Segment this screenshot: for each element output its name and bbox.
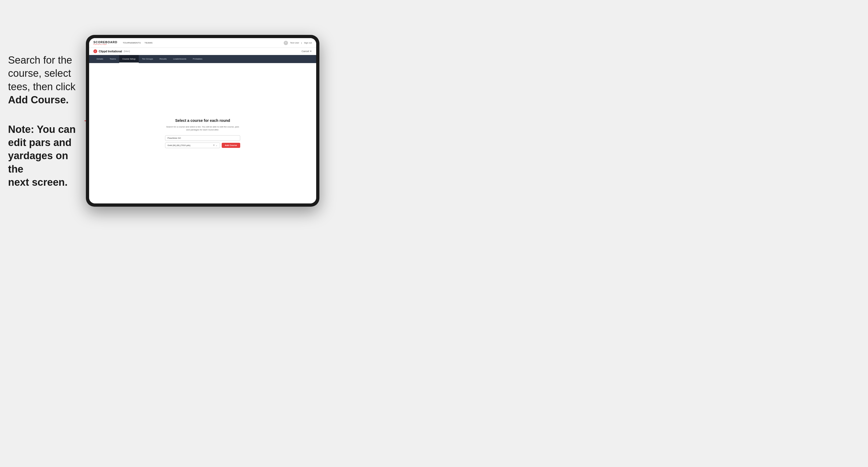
tab-results[interactable]: Results	[156, 55, 170, 63]
nav-separator: |	[302, 41, 302, 44]
course-search-input[interactable]	[165, 135, 240, 141]
tab-printables[interactable]: Printables	[189, 55, 206, 63]
main-content: Select a course for each round Search fo…	[89, 63, 316, 204]
tee-select-value: Gold (M) (M) (7010 yds)	[167, 144, 190, 147]
tee-selector-row: Gold (M) (M) (7010 yds) ✕ ⌄ Add Course	[165, 143, 240, 148]
course-setup-box: Select a course for each round Search fo…	[165, 118, 240, 148]
tablet-device: SCOREBOARD Powered by clippd TOURNAMENTS…	[86, 35, 319, 207]
tab-tee-groups[interactable]: Tee Groups	[139, 55, 156, 63]
top-navbar: SCOREBOARD Powered by clippd TOURNAMENTS…	[89, 38, 316, 48]
tournament-header: C Clippd Invitational (Men) Cancel ✕	[89, 48, 316, 55]
tab-navigation: Details Teams Course Setup Tee Groups Re…	[89, 55, 316, 63]
user-name: Test User	[290, 41, 299, 44]
tournament-type: (Men)	[124, 50, 130, 53]
tab-teams[interactable]: Teams	[106, 55, 119, 63]
tee-chevron-icon[interactable]: ⌄	[216, 144, 218, 147]
nav-teams[interactable]: TEAMS	[145, 41, 153, 44]
tab-details[interactable]: Details	[93, 55, 106, 63]
nav-right: T Test User | Sign out	[284, 41, 312, 45]
tee-clear-icon[interactable]: ✕	[213, 144, 215, 147]
instruction-line1: Search for the	[8, 55, 72, 66]
logo: SCOREBOARD Powered by clippd	[93, 41, 117, 45]
logo-text: SCOREBOARD	[93, 41, 117, 44]
tournament-name: Clippd Invitational	[99, 50, 122, 53]
content-title: Select a course for each round	[165, 118, 240, 123]
tablet-screen: SCOREBOARD Powered by clippd TOURNAMENTS…	[89, 38, 316, 204]
cancel-button[interactable]: Cancel ✕	[302, 50, 312, 53]
content-description: Search for a course and select a tee. Yo…	[165, 125, 240, 131]
tab-course-setup[interactable]: Course Setup	[119, 55, 139, 63]
nav-links: TOURNAMENTS TEAMS	[123, 41, 152, 44]
tee-select-controls: ✕ ⌄	[213, 144, 218, 147]
nav-left: SCOREBOARD Powered by clippd TOURNAMENTS…	[93, 41, 153, 45]
instruction-note: Note: You can edit pars and yardages on …	[8, 123, 83, 189]
add-course-button[interactable]: Add Course	[222, 143, 240, 148]
user-avatar: T	[284, 41, 288, 45]
tournament-icon: C	[93, 50, 97, 53]
logo-sub: Powered by clippd	[93, 44, 117, 45]
tournament-title: C Clippd Invitational (Men)	[93, 50, 130, 53]
instruction-line3: tees, then click	[8, 81, 75, 92]
instruction-line2: course, select	[8, 68, 71, 79]
nav-tournaments[interactable]: TOURNAMENTS	[123, 41, 141, 44]
instruction-bold: Add Course.	[8, 94, 69, 105]
sign-out-link[interactable]: Sign out	[304, 41, 312, 44]
instruction-panel: Search for the course, select tees, then…	[8, 54, 83, 189]
tab-leaderboards[interactable]: Leaderboards	[170, 55, 189, 63]
tee-select-dropdown[interactable]: Gold (M) (M) (7010 yds) ✕ ⌄	[165, 143, 220, 148]
